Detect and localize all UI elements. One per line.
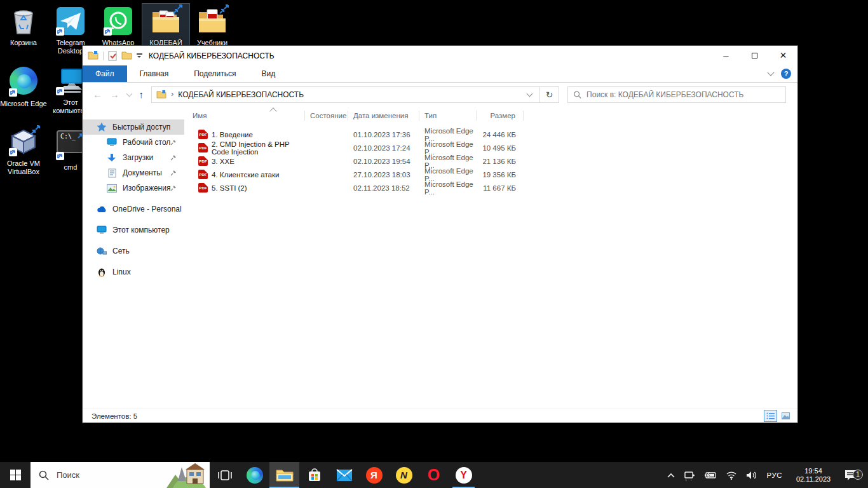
taskbar-edge-button[interactable]	[240, 462, 269, 488]
explorer-search-input[interactable]	[587, 90, 780, 99]
sidebar-item-desktop[interactable]: Рабочий стол	[83, 135, 184, 150]
thumbnail-view-button[interactable]	[779, 410, 792, 422]
file-type: Microsoft Edge P...	[419, 180, 477, 196]
desktop-icon-recycle-bin[interactable]: Корзина	[0, 4, 47, 48]
taskbar-yellow-app-button[interactable]: N	[389, 462, 419, 488]
expand-ribbon-icon[interactable]	[767, 69, 774, 76]
recent-locations-icon[interactable]	[126, 90, 132, 97]
taskbar-store-button[interactable]	[299, 462, 329, 488]
start-button[interactable]	[0, 462, 31, 488]
column-header-modified[interactable]: Дата изменения	[348, 111, 419, 121]
task-view-button[interactable]	[210, 462, 240, 488]
yandex-browser-icon: Y	[456, 467, 472, 484]
taskbar-explorer-button[interactable]	[269, 462, 299, 488]
taskbar-opera-button[interactable]: O	[419, 462, 449, 488]
sidebar-item-label: Сеть	[112, 247, 130, 255]
file-list: Имя Состояние Дата изменения Тип Размер …	[184, 106, 797, 409]
language-indicator[interactable]: РУС	[762, 462, 787, 488]
file-modified: 01.10.2023 17:36	[348, 131, 419, 139]
titlebar[interactable]: КОДЕБАЙ КИБЕРБЕЗОПАСНОСТЬ – ×	[83, 46, 797, 65]
file-size: 10 495 КБ	[477, 144, 524, 152]
explorer-window: КОДЕБАЙ КИБЕРБЕЗОПАСНОСТЬ – × Файл Главн…	[83, 46, 797, 423]
desktop-icon-label: Microsoft Edge	[0, 100, 47, 108]
sidebar-item-this-pc[interactable]: Этот компьютер	[83, 222, 184, 238]
taskbar: Я N O Y	[0, 462, 868, 488]
desktop-icon-whatsapp[interactable]: WhatsApp	[95, 4, 142, 48]
breadcrumb-separator: ›	[171, 89, 173, 98]
file-row[interactable]: PDF4. Клиентские атаки 27.10.2023 18:03 …	[184, 168, 797, 181]
tab-share[interactable]: Поделиться	[181, 65, 248, 82]
taskbar-mail-button[interactable]	[329, 462, 359, 488]
downloads-icon	[107, 152, 117, 163]
file-modified: 27.10.2023 18:03	[348, 171, 419, 179]
file-row[interactable]: PDF2. CMD Injection & PHP Code Injection…	[184, 141, 797, 154]
explorer-search-box[interactable]	[567, 86, 786, 103]
taskbar-yandex-button[interactable]: Я	[359, 462, 389, 488]
search-highlight-image[interactable]	[166, 462, 210, 488]
address-bar[interactable]: › КОДЕБАЙ КИБЕРБЕЗОПАСНОСТЬ	[151, 86, 540, 103]
column-headers: Имя Состояние Дата изменения Тип Размер	[184, 107, 797, 124]
sidebar-item-linux[interactable]: Linux	[83, 264, 184, 280]
back-button[interactable]: ←	[93, 90, 102, 99]
properties-button[interactable]	[108, 51, 117, 61]
shortcut-arrow-icon	[56, 152, 64, 160]
compressed-arrows-icon	[30, 124, 41, 137]
sidebar-item-network[interactable]: Сеть	[83, 243, 184, 259]
desktop-icon-edge[interactable]: Microsoft Edge	[0, 64, 47, 109]
yellow-n-app-icon: N	[396, 467, 412, 484]
sidebar-item-downloads[interactable]: Загрузки	[83, 150, 184, 165]
sidebar-item-documents[interactable]: Документы	[83, 165, 184, 180]
recycle-bin-icon	[8, 6, 39, 36]
battery-tray-button[interactable]	[700, 462, 721, 488]
sidebar-item-onedrive[interactable]: OneDrive - Personal	[83, 201, 184, 217]
tab-file[interactable]: Файл	[83, 65, 127, 82]
column-header-type[interactable]: Тип	[419, 111, 477, 121]
volume-tray-button[interactable]	[742, 462, 762, 488]
breadcrumb-path[interactable]: КОДЕБАЙ КИБЕРБЕЗОПАСНОСТЬ	[178, 90, 527, 99]
maximize-button[interactable]	[740, 46, 769, 65]
sidebar-item-quick-access[interactable]: Быстрый доступ	[83, 119, 184, 135]
tab-home[interactable]: Главная	[127, 65, 182, 82]
taskbar-yandex-browser-button[interactable]: Y	[449, 462, 478, 488]
search-icon	[39, 470, 49, 480]
taskbar-search-input[interactable]	[57, 470, 146, 480]
column-header-status[interactable]: Состояние	[305, 111, 348, 121]
file-modified: 02.10.2023 19:54	[348, 158, 419, 165]
taskbar-search-box[interactable]	[31, 462, 210, 488]
battery-charging-icon	[704, 471, 717, 479]
minimize-button[interactable]: –	[712, 46, 740, 65]
refresh-button[interactable]: ↻	[540, 86, 559, 103]
desktop-icon-virtualbox[interactable]: Oracle VM VirtualBox	[0, 125, 47, 177]
file-name: 5. SSTI (2)	[212, 184, 247, 192]
clock[interactable]: 19:54 02.11.2023	[787, 462, 840, 488]
new-folder-button[interactable]	[121, 51, 132, 60]
separator	[103, 51, 104, 60]
up-button[interactable]: ↑	[139, 90, 144, 99]
forward-button[interactable]: →	[110, 90, 119, 99]
column-header-name[interactable]: Имя	[184, 111, 305, 121]
file-row[interactable]: PDF1. Введение 01.10.2023 17:36 Microsof…	[184, 128, 797, 141]
help-button[interactable]: ?	[781, 69, 791, 79]
action-center-button[interactable]: 1	[840, 469, 864, 482]
items-count: Элементов: 5	[92, 412, 137, 420]
hidden-icons-button[interactable]	[663, 462, 679, 488]
desktop-icon-kodebay-folder[interactable]: КОДЕБАЙ	[142, 4, 189, 48]
sidebar-item-label: Linux	[112, 268, 131, 276]
details-view-button[interactable]	[764, 410, 777, 422]
file-size: 24 446 КБ	[477, 131, 524, 139]
sidebar-item-pictures[interactable]: Изображения	[83, 180, 184, 196]
pin-icon	[170, 154, 177, 163]
pin-icon	[170, 169, 177, 178]
tab-view[interactable]: Вид	[248, 65, 288, 82]
whatsapp-icon	[103, 6, 133, 36]
cast-screen-icon	[684, 470, 695, 480]
address-dropdown-icon[interactable]	[527, 90, 533, 97]
wifi-tray-button[interactable]	[721, 462, 742, 488]
cast-tray-button[interactable]	[679, 462, 700, 488]
file-row[interactable]: PDF3. XXE 02.10.2023 19:54 Microsoft Edg…	[184, 154, 797, 168]
close-button[interactable]: ×	[769, 46, 797, 65]
column-header-size[interactable]: Размер	[477, 111, 524, 121]
customize-qat-button[interactable]	[137, 53, 143, 59]
desktop-icon-uchebniki-folder[interactable]: Учебники	[189, 4, 236, 48]
file-row[interactable]: PDF5. SSTI (2) 02.11.2023 18:52 Microsof…	[184, 181, 797, 194]
